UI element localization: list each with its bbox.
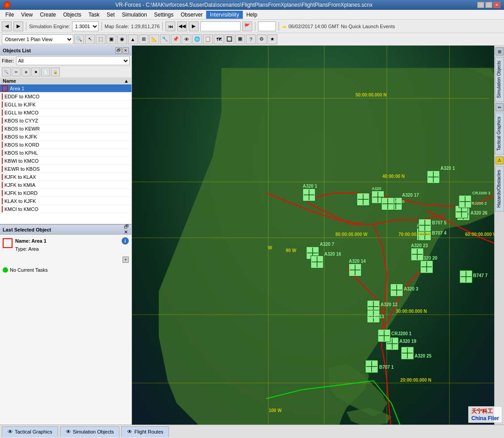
time-input[interactable]: 0:00:00:13 [200, 21, 241, 31]
object-list-item[interactable]: Area 1 [0, 84, 131, 93]
obj-icon3[interactable]: ⊕ [21, 67, 30, 76]
object-item-label: KBOS to CYYZ [4, 118, 38, 123]
toolbar2-unknown[interactable]: ? [246, 34, 256, 44]
object-list-item[interactable]: KMCI to KMCO [0, 205, 131, 213]
object-list-item[interactable]: KBWI to KMCO [0, 157, 131, 165]
toolbar2-select[interactable]: ⬚ [96, 34, 106, 44]
object-list-item[interactable]: EGLL to KJFK [0, 101, 131, 109]
objects-scroll-list[interactable]: Area 1EDDF to KMCOEGLL to KJFKEGLL to KM… [0, 84, 131, 224]
object-list-item[interactable]: KBOS to KORD [0, 141, 131, 149]
object-item-label: KJFK to KLAX [4, 174, 36, 180]
object-item-icon [2, 118, 3, 124]
scroll-up-arrow: ▲ [124, 78, 129, 84]
objects-list-restore[interactable]: 🗗 [115, 47, 122, 54]
menu-intervisibility[interactable]: Intervisibility [206, 11, 242, 19]
object-list-item[interactable]: KBOS to CYYZ [0, 117, 131, 125]
maximize-button[interactable]: □ [485, 2, 492, 8]
menu-set[interactable]: Set [103, 11, 119, 19]
sim-engine-select[interactable]: 1:3001 [72, 21, 99, 31]
object-item-label: EGLL to KJFK [4, 102, 36, 107]
object-list-item[interactable]: EGLL to KMCO [0, 109, 131, 117]
object-list-item[interactable]: KEWR to KBOS [0, 165, 131, 173]
toolbar2-wrench[interactable]: 🔧 [160, 34, 170, 44]
toolbar2-grid[interactable]: ⊞ [139, 34, 148, 44]
right-tab-icon1[interactable]: ⊞ [496, 47, 504, 55]
toolbar2-pin[interactable]: 📌 [171, 34, 181, 44]
obj-icon6[interactable]: 🔒 [51, 67, 60, 76]
last-selected-restore[interactable]: 🗗 [124, 224, 129, 229]
flag-btn[interactable]: 🚩 [242, 21, 252, 31]
right-tab-icon2[interactable]: ✏ [496, 103, 504, 111]
object-list-item[interactable]: EDDF to KMCO [0, 93, 131, 101]
datetime-label: 06/02/2017 14:00 GMT [288, 24, 339, 29]
object-item-icon [2, 126, 3, 132]
map-scale-label: Map Scale: [105, 24, 129, 29]
toolbar2-search[interactable]: 🔍 [74, 34, 84, 44]
toolbar2-clip[interactable]: 📋 [203, 34, 213, 44]
close-button[interactable]: ✕ [493, 2, 500, 8]
info-button[interactable]: i [122, 237, 129, 244]
object-list-item[interactable]: KJFK to KORD [0, 189, 131, 197]
toolbar2-extra[interactable]: ★ [267, 34, 277, 44]
menu-objects[interactable]: Objects [59, 11, 85, 19]
forward-btn[interactable]: ▶ [13, 21, 23, 31]
menu-simulation[interactable]: Simulation [119, 11, 151, 19]
objects-list-title: Objects List [3, 48, 31, 53]
view-select[interactable]: Observer 1 Plan View [2, 34, 73, 44]
back-btn[interactable]: ◀ [2, 21, 12, 31]
bottom-tab-tactical[interactable]: 👁 Tactical Graphics [2, 426, 58, 437]
right-tab-tactical[interactable]: Tactical Graphics [495, 113, 504, 155]
menu-settings[interactable]: Settings [151, 11, 177, 19]
toolbar2-rect2[interactable]: 🔳 [235, 34, 245, 44]
svg-text:B707 5: B707 5 [432, 220, 447, 225]
object-list-item[interactable]: KJFK to KMIA [0, 181, 131, 189]
object-list-item[interactable]: KBOS to KEWR [0, 125, 131, 133]
step-back-btn[interactable]: ◀◀ [177, 21, 187, 31]
right-tab-sim-objects[interactable]: Simulation Objects [495, 57, 504, 102]
obj-icon1[interactable]: 🔍 [2, 67, 11, 76]
toolbar2-rect1[interactable]: 🔲 [224, 34, 234, 44]
toolbar2-flag[interactable]: ▲ [128, 34, 138, 44]
menu-view[interactable]: View [17, 11, 36, 19]
rewind-btn[interactable]: ⏮ [165, 21, 175, 31]
right-tab-panel: ⊞ Simulation Objects ✏ Tactical Graphics… [494, 46, 504, 425]
filter-select[interactable]: All [16, 56, 130, 65]
objects-list-close[interactable]: ✕ [123, 47, 129, 54]
map-area[interactable]: A320 1 A320 2 A320 3 A320 7 [132, 46, 504, 425]
toolbar2-settings[interactable]: ⚙ [257, 34, 267, 44]
toolbar2-box[interactable]: ▣ [106, 34, 116, 44]
svg-text:30:00:00.000 N: 30:00:00.000 N [396, 309, 427, 314]
toolbar2-target[interactable]: ◉ [117, 34, 127, 44]
obj-icon2[interactable]: ✏ [12, 67, 21, 76]
object-list-item[interactable]: KBOS to KJFK [0, 133, 131, 141]
play-btn[interactable]: ▶ [189, 21, 199, 31]
svg-text:A320: A320 [395, 199, 405, 204]
numeric-input[interactable]: 1 [258, 21, 276, 31]
right-tab-icon3[interactable]: ⚠ [496, 156, 504, 164]
menu-file[interactable]: File [2, 11, 17, 19]
object-item-icon [2, 166, 3, 172]
menu-create[interactable]: Create [36, 11, 59, 19]
no-events-label: No Quick Launch Events [341, 24, 395, 29]
object-list-item[interactable]: KBOS to KPHL [0, 149, 131, 157]
right-tab-hazards[interactable]: Hazards/Obstacles [495, 166, 504, 211]
bottom-tab-flight-routes[interactable]: 👁 Flight Routes [121, 426, 169, 437]
obj-icon5[interactable]: 📄 [41, 67, 50, 76]
minimize-button[interactable]: − [477, 2, 484, 8]
object-list-item[interactable]: KJFK to KLAX [0, 173, 131, 181]
task-add-btn[interactable]: + [123, 257, 129, 263]
obj-icon4[interactable]: ✖ [31, 67, 40, 76]
toolbar2-measure[interactable]: 📐 [149, 34, 159, 44]
last-selected-panel: Last Selected Object 🗗 ✕ Name: Area 1 Ty… [0, 224, 131, 425]
toolbar2-globe[interactable]: 🌐 [192, 34, 202, 44]
menu-task[interactable]: Task [85, 11, 103, 19]
toolbar2-map[interactable]: 🗺 [214, 34, 224, 44]
bottom-tab-sim-objects[interactable]: 👁 Simulation Objects [60, 426, 120, 437]
menu-help[interactable]: Help [243, 11, 261, 19]
svg-text:B747 7: B747 7 [473, 273, 488, 278]
toolbar2-eye[interactable]: 👁 [182, 34, 191, 44]
menu-observer[interactable]: Observer [177, 11, 206, 19]
last-selected-header: Last Selected Object 🗗 ✕ [0, 225, 131, 235]
toolbar2-pointer[interactable]: ↖ [85, 34, 95, 44]
object-list-item[interactable]: KLAX to KJFK [0, 197, 131, 205]
